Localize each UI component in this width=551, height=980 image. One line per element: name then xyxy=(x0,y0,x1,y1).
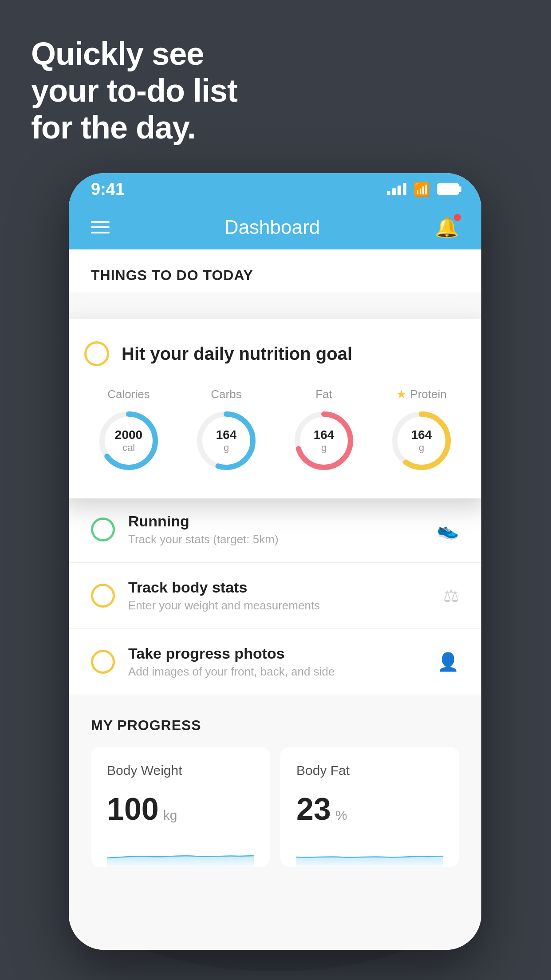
nutrition-check-circle[interactable] xyxy=(84,341,109,366)
body-weight-value: 100 xyxy=(107,791,159,827)
notification-button[interactable]: 🔔 xyxy=(435,216,459,239)
progress-cards: Body Weight 100 kg xyxy=(91,747,459,867)
hero-text: Quickly see your to-do list for the day. xyxy=(31,36,237,146)
todo-stats-sub: Enter your weight and measurements xyxy=(128,599,430,612)
todo-running-circle xyxy=(91,518,115,541)
progress-section: MY PROGRESS Body Weight 100 kg xyxy=(69,695,481,867)
nav-bar: Dashboard 🔔 xyxy=(69,205,481,249)
notification-badge xyxy=(454,214,461,221)
nutrition-carbs: Carbs 164 g xyxy=(193,387,260,474)
nutrition-fat: Fat 164 g xyxy=(291,387,357,474)
body-fat-value: 23 xyxy=(296,791,331,827)
status-time: 9:41 xyxy=(91,180,125,199)
nutrition-card: Hit your daily nutrition goal Calories xyxy=(69,319,481,498)
nav-title: Dashboard xyxy=(224,216,320,238)
hero-line2: your to-do list xyxy=(31,72,237,109)
wifi-icon: 📶 xyxy=(413,182,430,197)
todo-photos-circle xyxy=(91,650,115,674)
todo-stats-title: Track body stats xyxy=(128,579,430,596)
todo-list: Running Track your stats (target: 5km) 👟… xyxy=(69,497,481,695)
signal-icon xyxy=(387,183,406,195)
todo-photos-sub: Add images of your front, back, and side xyxy=(128,665,424,679)
calories-label: Calories xyxy=(107,387,150,401)
todo-body-stats[interactable]: Track body stats Enter your weight and m… xyxy=(69,563,481,629)
body-fat-title: Body Fat xyxy=(296,763,443,778)
menu-button[interactable] xyxy=(91,221,110,233)
protein-label: ★ Protein xyxy=(396,387,446,401)
body-weight-unit: kg xyxy=(163,808,177,823)
todo-stats-circle xyxy=(91,584,115,608)
nutrition-calories: Calories 2000 cal xyxy=(95,387,162,474)
body-fat-card[interactable]: Body Fat 23 % xyxy=(280,747,459,867)
todo-running[interactable]: Running Track your stats (target: 5km) 👟 xyxy=(69,497,481,563)
nutrition-card-title: Hit your daily nutrition goal xyxy=(122,344,352,364)
nutrition-protein: ★ Protein 164 g xyxy=(388,387,455,474)
phone-wrapper: 9:41 📶 Dashboard 🔔 xyxy=(69,173,481,950)
things-section-header: THINGS TO DO TODAY xyxy=(69,249,481,292)
carbs-label: Carbs xyxy=(211,387,241,401)
phone-shell: 9:41 📶 Dashboard 🔔 xyxy=(69,173,481,950)
body-weight-title: Body Weight xyxy=(107,763,254,778)
nutrition-row: Calories 2000 cal xyxy=(84,387,466,474)
carbs-donut: 164 g xyxy=(193,407,260,474)
battery-icon xyxy=(437,183,459,195)
scale-icon: ⚖ xyxy=(443,585,459,606)
status-icons: 📶 xyxy=(387,182,459,197)
protein-donut: 164 g xyxy=(388,407,455,474)
progress-header: MY PROGRESS xyxy=(91,717,459,734)
body-weight-value-row: 100 kg xyxy=(107,791,254,827)
todo-photos[interactable]: Take progress photos Add images of your … xyxy=(69,629,481,695)
body-weight-card[interactable]: Body Weight 100 kg xyxy=(91,747,270,867)
body-fat-value-row: 23 % xyxy=(296,791,443,827)
running-icon: 👟 xyxy=(437,519,459,540)
body-weight-chart xyxy=(107,840,254,867)
hero-line3: for the day. xyxy=(31,109,237,146)
fat-label: Fat xyxy=(315,387,332,401)
fat-donut: 164 g xyxy=(291,407,357,474)
star-icon: ★ xyxy=(396,387,406,401)
card-title-row: Hit your daily nutrition goal xyxy=(84,341,466,366)
todo-running-sub: Track your stats (target: 5km) xyxy=(128,533,424,546)
todo-photos-title: Take progress photos xyxy=(128,645,424,662)
main-content: THINGS TO DO TODAY Hit your daily nutrit… xyxy=(69,249,481,950)
calories-donut: 2000 cal xyxy=(95,407,162,474)
body-fat-chart xyxy=(296,840,443,867)
photo-icon: 👤 xyxy=(437,652,459,672)
body-fat-unit: % xyxy=(335,808,347,823)
todo-running-title: Running xyxy=(128,513,424,530)
hero-line1: Quickly see xyxy=(31,36,237,72)
status-bar: 9:41 📶 xyxy=(69,173,481,205)
